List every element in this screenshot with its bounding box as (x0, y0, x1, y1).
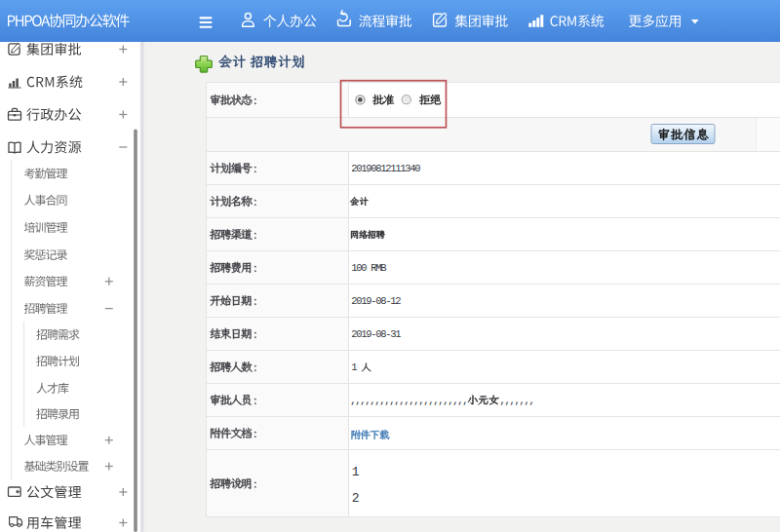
svg-text:100 RMB: 100 RMB (351, 262, 386, 274)
svg-text:2019-08-12: 2019-08-12 (351, 295, 401, 307)
svg-text:2019-08-31: 2019-08-31 (351, 328, 401, 340)
svg-text:2: 2 (352, 491, 359, 506)
svg-text:,,,,,,,,,,,,,,,,,,,,,,,,: ,,,,,,,,,,,,,,,,,,,,,,,, (350, 395, 467, 406)
svg-text:,,,,,,,: ,,,,,,, (499, 395, 533, 406)
svg-text:20190812111340: 20190812111340 (351, 163, 420, 174)
